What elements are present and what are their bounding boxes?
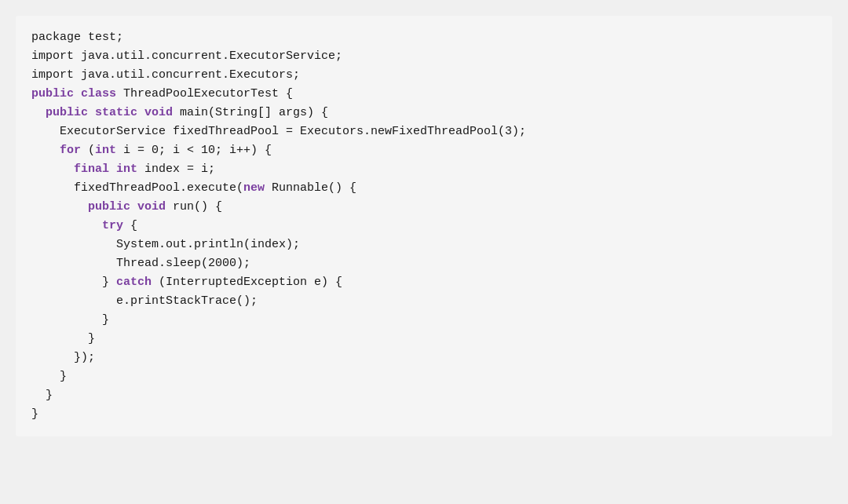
code-text: Runnable() { xyxy=(265,181,356,195)
code-text: e.printStackTrace(); xyxy=(116,294,258,308)
code-text: Thread.sleep(2000); xyxy=(116,257,250,270)
keyword: try xyxy=(102,219,123,232)
keyword: int xyxy=(95,144,116,157)
code-text: fixedThreadPool.execute( xyxy=(74,181,243,195)
code-text xyxy=(88,106,95,119)
code-text: main(String[] args) { xyxy=(173,106,328,119)
code-line: public static void main(String[] args) { xyxy=(31,104,817,122)
code-text: run() { xyxy=(166,200,222,214)
code-line: } xyxy=(31,311,817,330)
code-line: import java.util.concurrent.ExecutorServ… xyxy=(31,47,817,66)
code-container: package test;import java.util.concurrent… xyxy=(16,16,832,436)
code-text: import java.util.concurrent.ExecutorServ… xyxy=(31,49,342,63)
keyword: public xyxy=(31,87,74,100)
code-text xyxy=(130,200,137,214)
code-line: } xyxy=(31,386,817,405)
code-text xyxy=(109,163,116,176)
code-line: fixedThreadPool.execute(new Runnable() { xyxy=(31,179,817,198)
code-line: e.printStackTrace(); xyxy=(31,292,817,311)
code-line: public void run() { xyxy=(31,198,817,217)
code-line: Thread.sleep(2000); xyxy=(31,254,817,273)
keyword: void xyxy=(144,106,173,119)
code-text: { xyxy=(123,219,137,232)
code-text: } xyxy=(102,313,109,327)
code-text: } xyxy=(102,276,116,289)
code-line: }); xyxy=(31,349,817,367)
code-text xyxy=(74,87,81,100)
code-text: ExecutorService fixedThreadPool = Execut… xyxy=(60,125,526,138)
keyword: new xyxy=(243,181,265,195)
keyword: static xyxy=(95,106,137,119)
code-line: public class ThreadPoolExecutorTest { xyxy=(31,85,817,104)
code-text: i = 0; i < 10; i++) { xyxy=(116,144,272,157)
code-text: } xyxy=(88,332,95,345)
keyword: final xyxy=(74,163,109,176)
code-text: System.out.println(index); xyxy=(116,238,300,251)
keyword: class xyxy=(81,87,116,100)
keyword: public xyxy=(46,106,88,119)
code-line: package test; xyxy=(31,28,817,47)
code-line: } xyxy=(31,367,817,386)
code-line: } xyxy=(31,330,817,349)
code-text: ( xyxy=(81,144,95,157)
code-text: import java.util.concurrent.Executors; xyxy=(31,68,300,82)
code-line: } xyxy=(31,405,817,424)
code-text: } xyxy=(31,407,38,421)
code-text: } xyxy=(60,370,67,383)
keyword: public xyxy=(88,200,130,214)
keyword: void xyxy=(137,200,166,214)
code-text: package test; xyxy=(31,31,123,44)
code-line: } catch (InterruptedException e) { xyxy=(31,273,817,292)
code-text: }); xyxy=(74,351,95,364)
keyword: for xyxy=(60,144,81,157)
code-line: ExecutorService fixedThreadPool = Execut… xyxy=(31,122,817,141)
code-line: for (int i = 0; i < 10; i++) { xyxy=(31,141,817,160)
code-text: } xyxy=(46,389,53,402)
code-line: try { xyxy=(31,217,817,236)
code-text: ThreadPoolExecutorTest { xyxy=(116,87,293,100)
keyword: catch xyxy=(116,276,152,289)
code-block: package test;import java.util.concurrent… xyxy=(31,28,817,424)
code-text: (InterruptedException e) { xyxy=(152,276,342,289)
code-line: final int index = i; xyxy=(31,160,817,179)
code-line: import java.util.concurrent.Executors; xyxy=(31,66,817,85)
code-text xyxy=(137,106,144,119)
keyword: int xyxy=(116,163,137,176)
code-text: index = i; xyxy=(137,163,215,176)
code-line: System.out.println(index); xyxy=(31,236,817,254)
